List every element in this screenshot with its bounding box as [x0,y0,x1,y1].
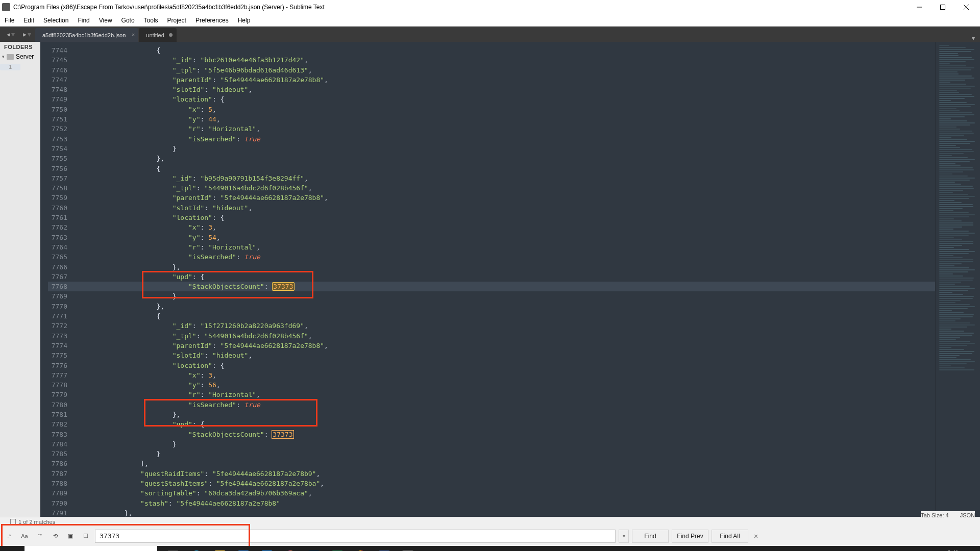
mail-icon[interactable] [255,546,279,551]
photoshop-icon[interactable]: Ps [302,546,326,551]
find-wrap-toggle[interactable]: ⟲ [49,530,61,542]
status-checkbox[interactable] [10,519,16,524]
start-button[interactable] [0,546,24,551]
find-word-toggle[interactable]: “” [34,530,46,542]
menu-help[interactable]: Help [233,14,255,26]
fold-gutter [40,42,48,525]
save-icon[interactable] [373,546,396,551]
find-bar: .* Aa “” ⟲ ▣ ☐ ▾ Find Find Prev Find All… [0,525,980,546]
status-syntax[interactable]: JSON [960,512,975,518]
menu-tools[interactable]: Tools [139,14,163,26]
find-highlight-toggle[interactable]: ☐ [80,530,92,542]
code-line: "questStashItems": "5fe49444ae6628187a2e… [72,479,935,488]
tab-untitled[interactable]: untitled [139,28,176,42]
folder-root[interactable]: ▾ Server [0,52,40,61]
maximize-button[interactable] [931,0,954,14]
code-line: }, [72,410,935,419]
code-line: "isSearched": true [72,134,935,144]
find-regex-toggle[interactable]: .* [3,530,15,542]
code-line: "StackObjectsCount": 37373 [72,282,935,291]
code-line: "sortingTable": "60dca3da42ad9b706b369ac… [72,488,935,498]
find-history-dropdown[interactable]: ▾ [619,530,629,543]
code-line: "y": 44, [72,114,935,124]
taskbar-apps: Ps S [161,546,420,551]
find-prev-button[interactable]: Find Prev [672,530,708,543]
code-line: } [72,291,935,301]
code-line: "r": "Horizontal", [72,242,935,252]
menu-file[interactable]: File [0,14,19,26]
code-line: "questRaidItems": "5fe49444ae6628187a2e7… [72,469,935,479]
svg-rect-1 [941,5,945,10]
find-button[interactable]: Find [632,530,669,543]
chrome-icon[interactable] [349,546,373,551]
code-line: "upd": { [72,419,935,429]
find-close-button[interactable]: × [751,532,761,540]
code-line: "r": "Horizontal", [72,390,935,399]
close-button[interactable] [954,0,978,14]
code-line: "_tpl": "5449016a4bdc2d6f028b456f", [72,183,935,193]
minimap[interactable] [935,42,980,525]
tab-overflow-icon[interactable]: ▾ [967,35,980,42]
tab-nav-left[interactable]: ◂▾ [3,27,19,42]
menu-goto[interactable]: Goto [117,14,139,26]
code-line: "_tpl": "5f5e46b96bdad616ad46d613", [72,65,935,75]
code-line: }, [72,302,935,311]
code-line: "StackObjectsCount": 37373 [72,430,935,439]
windows-taskbar: 🔍 Поиск 🐧 Ps S 🌧 16°C Rain ˄ ☁ ⛨ 🔊 🖧 ◐ Р… [0,546,980,551]
paint-icon[interactable] [279,546,302,551]
sublime-icon[interactable]: S [396,546,420,551]
tab-close-icon[interactable]: × [132,32,135,38]
store-icon[interactable] [232,546,255,551]
code-line: { [72,45,935,55]
find-input[interactable] [95,530,616,543]
find-match-count: 1 of 2 matches [18,519,55,525]
code-line: }, [72,262,935,272]
tab-a5df820235a4bc1b3f6edd2b.json[interactable]: a5df820235a4bc1b3f6edd2b.json× [35,28,138,42]
menu-preferences[interactable]: Preferences [191,14,233,26]
edge-icon[interactable] [185,546,208,551]
code-line: "slotId": "hideout", [72,203,935,213]
code-line: "r": "Horizontal", [72,124,935,134]
dirty-indicator-icon[interactable] [169,33,173,37]
code-line: "x": 3, [72,222,935,232]
find-insel-toggle[interactable]: ▣ [64,530,77,542]
excel-icon[interactable] [326,546,349,551]
code-line: "location": { [72,94,935,104]
code-line: "x": 3, [72,370,935,380]
minimize-button[interactable] [908,0,931,14]
code-line: "x": 5, [72,105,935,114]
code-line: "upd": { [72,272,935,282]
folder-collapse-icon[interactable]: ▾ [2,54,5,59]
tab-nav-right[interactable]: ▸▾ [19,27,35,42]
menu-bar: FileEditSelectionFindViewGotoToolsProjec… [0,14,980,27]
status-tabsize[interactable]: Tab Size: 4 [921,512,948,518]
taskbar-search[interactable]: 🔍 Поиск 🐧 [24,546,157,551]
menu-project[interactable]: Project [163,14,191,26]
code-line: ], [72,459,935,468]
code-line: "stash": "5fe49444ae6628187a2e78b8" [72,498,935,508]
code-line: "y": 54, [72,233,935,242]
status-bar-right: Tab Size: 4 JSON [921,511,975,519]
code-line: "slotId": "hideout", [72,350,935,360]
editor[interactable]: 7744774577467747774877497750775177527753… [48,42,980,525]
folders-sidebar: FOLDERS ▾ Server 1 [0,42,40,525]
code-line: "_id": "15f271260b2a8220a963fd69", [72,321,935,331]
find-all-button[interactable]: Find All [712,530,748,543]
explorer-icon[interactable] [208,546,232,551]
tab-strip: ◂▾ ▸▾ a5df820235a4bc1b3f6edd2b.json×unti… [0,27,980,42]
menu-view[interactable]: View [94,14,117,26]
menu-find[interactable]: Find [73,14,94,26]
task-view-icon[interactable] [161,546,185,551]
outline-line: 1 [0,64,20,70]
menu-edit[interactable]: Edit [19,14,39,26]
code-line: } [72,449,935,459]
code-line: "_id": "b95d9a90791b154f3e8294ff", [72,173,935,183]
app-icon [2,3,10,11]
code-line: "isSearched": true [72,400,935,410]
line-gutter: 7744774577467747774877497750775177527753… [48,42,72,525]
find-case-toggle[interactable]: Aa [18,530,31,542]
menu-selection[interactable]: Selection [39,14,73,26]
code-area[interactable]: { "_id": "bbc2610e44e46fa3b1217d42", "_t… [72,42,935,525]
code-line: "parentId": "5fe49444ae6628187a2e78b8", [72,75,935,85]
folder-label: Server [16,53,34,60]
